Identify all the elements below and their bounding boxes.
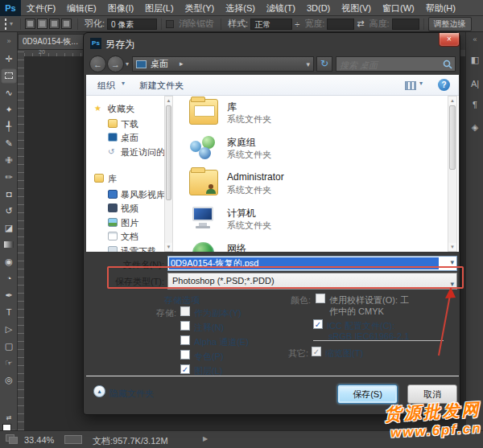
3d-panel-icon[interactable]: ◈ xyxy=(466,122,483,133)
scroll-up-icon[interactable]: ▲ xyxy=(448,97,456,105)
file-list-scrollbar-thumb[interactable] xyxy=(449,105,456,170)
scroll-down-icon[interactable]: ▼ xyxy=(165,243,172,251)
width-input[interactable] xyxy=(327,18,354,30)
pen-tool-icon[interactable]: ✒ xyxy=(1,288,17,303)
file-list-scrollbar[interactable]: ▲ ▼ xyxy=(448,96,457,252)
nav-history-icon[interactable]: ▾ xyxy=(126,60,129,68)
magic-wand-tool-icon[interactable]: ✦ xyxy=(1,102,17,117)
breadcrumb-location[interactable]: 桌面 xyxy=(151,57,168,71)
marquee-tool-icon[interactable] xyxy=(1,68,17,84)
sidebar-group-libraries[interactable]: 库 xyxy=(88,172,164,185)
brush-tool-icon[interactable]: ✏ xyxy=(1,170,17,185)
refine-edge-button[interactable]: 调整边缘 xyxy=(428,17,472,31)
antialias-checkbox[interactable] xyxy=(166,20,174,28)
sidebar-item-desktop[interactable]: 桌面 xyxy=(88,131,164,144)
save-button[interactable]: 保存(S) xyxy=(337,384,398,404)
sidebar-group-favorites[interactable]: ★ 收藏夹 xyxy=(88,102,164,115)
healing-brush-tool-icon[interactable]: ✙ xyxy=(1,153,17,168)
sidebar-item-recent-places[interactable]: ↺ 最近访问的位置 xyxy=(88,146,164,158)
menu-select[interactable]: 选择(S) xyxy=(220,0,261,16)
sidebar-item-xunlei-download[interactable]: 迅雷下载 xyxy=(88,245,164,252)
close-icon[interactable]: × xyxy=(439,33,460,47)
breadcrumb-arrow-icon[interactable]: ▸ xyxy=(180,57,184,71)
organize-dropdown-icon[interactable]: ▾ xyxy=(122,80,125,87)
file-row-homegroup[interactable]: 家庭组 系统文件夹 xyxy=(175,133,448,165)
file-row-administrator[interactable]: Administrator 系统文件夹 xyxy=(175,168,448,200)
move-tool-icon[interactable]: ✛ xyxy=(1,51,17,67)
menu-image[interactable]: 图像(I) xyxy=(102,0,139,16)
menu-window[interactable]: 窗口(W) xyxy=(377,0,420,16)
sidebar-item-pictures[interactable]: 图片 xyxy=(88,216,164,229)
status-flyout-icon[interactable]: ▶ xyxy=(203,435,208,442)
height-input[interactable] xyxy=(392,18,419,30)
as-copy-checkbox[interactable] xyxy=(180,306,190,316)
menu-file[interactable]: 文件(F) xyxy=(21,0,61,16)
view-mode-dropdown-icon[interactable]: ▾ xyxy=(419,80,423,87)
alpha-channels-checkbox[interactable] xyxy=(180,335,190,345)
zoom-tool-icon[interactable]: ◎ xyxy=(1,372,17,388)
dodge-tool-icon[interactable]: ◔ xyxy=(1,271,17,286)
new-folder-button[interactable]: 新建文件夹 xyxy=(139,80,184,92)
eraser-tool-icon[interactable]: ◪ xyxy=(1,220,17,236)
sidebar-scrollbar[interactable]: ▲ ▼ xyxy=(164,96,173,252)
breadcrumb-dropdown-icon[interactable]: ▾ xyxy=(306,58,310,72)
gradient-tool-icon[interactable] xyxy=(1,237,17,253)
notes-checkbox[interactable] xyxy=(180,321,190,331)
search-box[interactable] xyxy=(336,56,456,72)
view-mode-icon[interactable] xyxy=(405,81,416,90)
hide-folders-button[interactable]: 隐藏文件夹 xyxy=(109,388,154,400)
spot-colors-checkbox[interactable] xyxy=(180,350,190,360)
history-brush-tool-icon[interactable]: ↺ xyxy=(1,203,17,219)
file-row-libraries[interactable]: 库 系统文件夹 xyxy=(175,97,448,129)
file-row-network[interactable]: 网络 系统文件夹 xyxy=(175,239,448,252)
scroll-down-icon[interactable]: ▼ xyxy=(448,243,456,251)
icc-profile-checkbox[interactable]: ✓ xyxy=(313,319,323,329)
proof-setup-checkbox[interactable] xyxy=(316,294,325,303)
character-panel-icon[interactable]: A| xyxy=(466,79,483,88)
subtract-selection-mode-icon[interactable] xyxy=(49,18,60,29)
breadcrumb[interactable]: 桌面 ▸ ▾ xyxy=(132,56,314,72)
eyedropper-tool-icon[interactable]: ✎ xyxy=(1,136,17,151)
new-selection-mode-icon[interactable] xyxy=(25,18,35,29)
style-select[interactable]: 正常 xyxy=(250,18,292,30)
sidebar-item-documents[interactable]: 文档 xyxy=(88,230,164,243)
menu-edit[interactable]: 编辑(E) xyxy=(61,0,102,16)
hide-folders-icon[interactable]: ▴ xyxy=(93,385,105,397)
dock-collapse-icon[interactable]: « xyxy=(466,35,483,43)
sidebar-scrollbar-thumb[interactable] xyxy=(166,105,171,200)
sidebar-item-videos[interactable]: 视频 xyxy=(88,202,164,215)
swap-dimensions-icon[interactable]: ⇄ xyxy=(357,18,364,29)
paragraph-panel-icon[interactable]: ¶ xyxy=(466,100,483,109)
menu-view[interactable]: 视图(V) xyxy=(336,0,377,16)
shape-tool-icon[interactable]: ▢ xyxy=(1,339,17,354)
thumbnail-checkbox[interactable]: ✓ xyxy=(312,347,321,356)
sidebar-item-baofeng-library[interactable]: 暴风影视库 xyxy=(88,188,164,201)
add-selection-mode-icon[interactable] xyxy=(37,18,47,29)
type-tool-icon[interactable]: T xyxy=(1,305,17,320)
organize-button[interactable]: 组织 xyxy=(97,80,115,92)
intersect-selection-mode-icon[interactable] xyxy=(61,18,72,29)
style-arrows-icon[interactable]: ÷ xyxy=(295,19,299,29)
menu-help[interactable]: 帮助(H) xyxy=(420,0,461,16)
zoom-level[interactable]: 33.44% xyxy=(24,435,54,445)
back-button[interactable]: ← xyxy=(89,55,106,72)
menu-type[interactable]: 类型(Y) xyxy=(180,0,221,16)
lasso-tool-icon[interactable]: ∿ xyxy=(1,85,17,101)
scroll-up-icon[interactable]: ▲ xyxy=(165,97,172,105)
layers-checkbox[interactable]: ✓ xyxy=(180,364,190,374)
search-input[interactable] xyxy=(336,59,437,72)
crop-tool-icon[interactable]: ╃ xyxy=(1,119,17,134)
help-icon[interactable]: ? xyxy=(438,79,450,91)
filename-dropdown-icon[interactable]: ▾ xyxy=(450,258,454,266)
file-row-computer[interactable]: 计算机 系统文件夹 xyxy=(175,203,448,236)
menu-3d[interactable]: 3D(D) xyxy=(301,0,336,16)
refresh-icon[interactable]: ↻ xyxy=(316,56,332,72)
path-select-tool-icon[interactable]: ▷ xyxy=(1,322,17,337)
menu-layer[interactable]: 图层(L) xyxy=(139,0,179,16)
feather-input[interactable]: 0 像素 xyxy=(107,18,157,30)
hand-tool-icon[interactable]: ☞ xyxy=(1,356,17,371)
menu-filter[interactable]: 滤镜(T) xyxy=(261,0,301,16)
preset-dropdown-icon[interactable]: ▾ xyxy=(10,20,13,27)
marquee-preset-icon[interactable] xyxy=(5,19,6,29)
adjustments-panel-icon[interactable]: ◧ xyxy=(466,55,483,65)
